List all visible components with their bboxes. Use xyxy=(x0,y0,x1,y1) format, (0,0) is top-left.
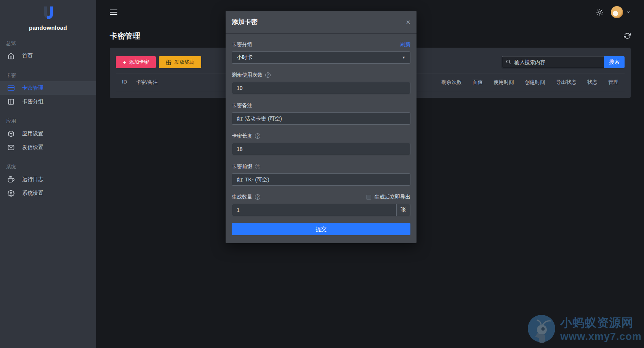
group-label: 卡密分组 xyxy=(232,41,252,48)
length-field: 卡密长度 ? xyxy=(232,132,410,155)
mail-icon xyxy=(8,144,14,151)
export-checkbox-label: 生成后立即导出 xyxy=(375,194,411,200)
uses-field: 剩余使用次数 ? xyxy=(232,71,410,94)
remark-field: 卡密备注 xyxy=(232,102,410,125)
group-select-value: 小时卡 xyxy=(237,54,253,61)
package-icon xyxy=(8,130,14,137)
help-icon: ? xyxy=(255,164,260,169)
col-header-key-remark: 卡密/备注 xyxy=(136,79,158,86)
submit-button[interactable]: 提交 xyxy=(232,223,410,235)
length-input[interactable] xyxy=(232,143,410,155)
brand-name: pandownload xyxy=(0,24,96,31)
nav-section-system: 系统 xyxy=(0,164,96,170)
quantity-input[interactable] xyxy=(232,204,396,216)
home-icon xyxy=(8,53,14,59)
prefix-label: 卡密前缀 xyxy=(232,163,252,170)
user-avatar xyxy=(611,6,623,18)
nav-section-cardkey: 卡密 xyxy=(0,72,96,79)
col-header-face-value: 面值 xyxy=(473,79,483,86)
refresh-button[interactable] xyxy=(624,32,631,39)
prefix-input[interactable] xyxy=(232,173,410,186)
close-icon[interactable]: × xyxy=(406,18,410,26)
col-header-id: ID xyxy=(122,79,127,86)
col-header-manage: 管理 xyxy=(608,79,618,86)
search-icon xyxy=(506,59,511,64)
nav-section-app: 应用 xyxy=(0,118,96,125)
brand: pandownload xyxy=(0,0,96,31)
search-group: 搜索 xyxy=(502,56,625,68)
sidebar-item-cardkey-groups[interactable]: 卡密分组 xyxy=(0,95,96,109)
plus-icon: + xyxy=(123,59,126,65)
uses-label: 剩余使用次数 xyxy=(232,72,263,79)
help-icon: ? xyxy=(265,72,271,78)
sidebar-item-label: 应用设置 xyxy=(22,130,43,137)
sidebar: pandownload 总览 首页 卡密 卡密管理 卡密分组 应用 应用设置 发… xyxy=(0,0,96,348)
remark-label: 卡密备注 xyxy=(232,102,252,109)
give-reward-label: 发放奖励 xyxy=(175,59,194,66)
gear-icon xyxy=(8,190,14,197)
page-title: 卡密管理 xyxy=(110,31,140,41)
refresh-groups-link[interactable]: 刷新 xyxy=(400,41,410,48)
add-cardkey-modal: 添加卡密 × 卡密分组 刷新 小时卡 ▼ 剩余使用次数 ? xyxy=(226,11,417,243)
refresh-icon xyxy=(624,32,631,39)
uses-input[interactable] xyxy=(232,82,410,94)
prefix-field: 卡密前缀 ? xyxy=(232,163,410,186)
quantity-field: 生成数量 ? 生成后立即导出 张 xyxy=(232,193,410,216)
sidebar-item-label: 卡密分组 xyxy=(22,98,43,105)
sidebar-item-mail-settings[interactable]: 发信设置 xyxy=(0,141,96,154)
sidebar-item-label: 卡密管理 xyxy=(22,85,43,91)
chevron-down-icon xyxy=(626,10,631,14)
gift-icon xyxy=(166,59,171,65)
modal-body: 卡密分组 刷新 小时卡 ▼ 剩余使用次数 ? 卡密备注 xyxy=(226,34,417,243)
remark-input[interactable] xyxy=(232,112,410,125)
export-checkbox[interactable] xyxy=(366,195,371,200)
user-menu[interactable] xyxy=(611,6,631,18)
sidebar-item-app-settings[interactable]: 应用设置 xyxy=(0,127,96,141)
col-header-export-status: 导出状态 xyxy=(556,79,577,86)
columns-icon xyxy=(8,98,14,105)
sidebar-nav: 总览 首页 卡密 卡密管理 卡密分组 应用 应用设置 发信设置 系统 运行日志 xyxy=(0,40,96,200)
menu-toggle-icon[interactable] xyxy=(110,8,117,16)
quantity-label: 生成数量 xyxy=(232,194,252,200)
sidebar-item-label: 运行日志 xyxy=(22,176,43,183)
coffee-icon xyxy=(8,176,14,183)
sun-icon xyxy=(596,9,603,16)
sidebar-item-cardkey-manage[interactable]: 卡密管理 xyxy=(0,81,96,95)
sidebar-item-system-settings[interactable]: 系统设置 xyxy=(0,186,96,200)
modal-header: 添加卡密 × xyxy=(226,11,417,34)
nav-section-overview: 总览 xyxy=(0,40,96,47)
help-icon: ? xyxy=(255,194,260,200)
credit-card-icon xyxy=(8,85,14,91)
quantity-unit: 张 xyxy=(396,204,410,216)
add-cardkey-label: 添加卡密 xyxy=(129,59,149,66)
modal-title: 添加卡密 xyxy=(232,18,258,26)
help-icon: ? xyxy=(255,133,260,139)
brand-logo-icon xyxy=(42,5,54,21)
sidebar-item-home[interactable]: 首页 xyxy=(0,49,96,63)
sidebar-item-label: 首页 xyxy=(22,53,33,59)
add-cardkey-button[interactable]: + 添加卡密 xyxy=(116,56,156,68)
col-header-remaining: 剩余次数 xyxy=(441,79,462,86)
col-header-created-time: 创建时间 xyxy=(525,79,545,86)
search-button[interactable]: 搜索 xyxy=(604,56,625,68)
sidebar-item-label: 系统设置 xyxy=(22,190,43,197)
theme-toggle-button[interactable] xyxy=(596,9,603,16)
col-header-used-time: 使用时间 xyxy=(493,79,514,86)
group-field: 卡密分组 刷新 小时卡 ▼ xyxy=(232,41,410,64)
select-caret-icon: ▼ xyxy=(402,56,405,59)
search-input[interactable] xyxy=(502,56,604,68)
sidebar-item-run-logs[interactable]: 运行日志 xyxy=(0,173,96,186)
col-header-status: 状态 xyxy=(587,79,598,86)
export-checkbox-group: 生成后立即导出 xyxy=(366,194,411,200)
length-label: 卡密长度 xyxy=(232,133,252,140)
give-reward-button[interactable]: 发放奖励 xyxy=(159,56,201,68)
sidebar-item-label: 发信设置 xyxy=(22,144,43,151)
group-select[interactable]: 小时卡 ▼ xyxy=(232,51,410,64)
